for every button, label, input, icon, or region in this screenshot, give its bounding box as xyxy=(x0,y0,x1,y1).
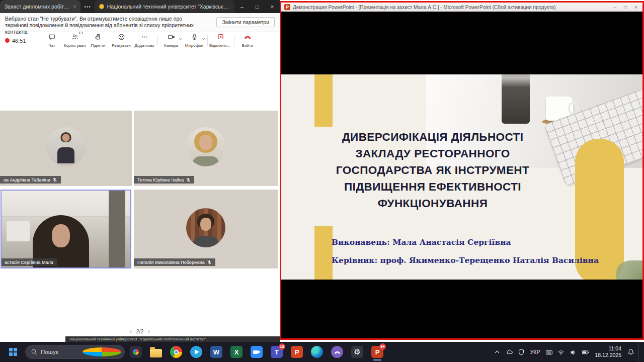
more-button-label: Додатково xyxy=(134,43,154,48)
settings-icon[interactable]: ⚙ xyxy=(348,343,366,361)
close-button[interactable]: × xyxy=(634,5,637,10)
teams-unread-badge: 19 xyxy=(279,343,285,350)
show-desktop-button[interactable] xyxy=(638,342,641,362)
page-indicator: 2/2 xyxy=(136,328,144,334)
window-controls: – □ × xyxy=(234,4,280,10)
dnd-notification: Вибрано стан "Не турбувати". Ви отримува… xyxy=(0,13,280,32)
meeting-window: Захист дипломних робіт м... × ••• Націон… xyxy=(0,0,280,342)
tab-close-icon[interactable]: × xyxy=(73,4,76,9)
security-shield-icon[interactable] xyxy=(516,344,527,359)
participant-name-label: на Андріївна Табаліна xyxy=(0,176,61,184)
mic-muted-icon xyxy=(52,177,57,183)
word-icon[interactable]: W xyxy=(207,343,225,361)
search-placeholder: Пошук xyxy=(41,349,79,355)
recording-timer: 46:51 xyxy=(2,38,40,44)
participant-name-label: астасія Сергіївна Мала xyxy=(1,258,57,266)
leave-call-icon xyxy=(244,33,252,43)
browser-tab-university[interactable]: Національний технічний університет "Харк… xyxy=(95,0,234,13)
microphone-button[interactable]: Мікрофон xyxy=(183,33,206,48)
zoom-icon[interactable] xyxy=(248,343,266,361)
browser-tab-defense[interactable]: Захист дипломних робіт м... × xyxy=(0,0,80,13)
maximize-button[interactable]: □ xyxy=(624,5,627,10)
camera-button[interactable]: Камера xyxy=(159,33,183,48)
excel-icon[interactable]: X xyxy=(227,343,246,361)
search-input[interactable]: Пошук xyxy=(25,345,125,359)
more-button[interactable]: Додатково xyxy=(133,33,156,48)
participant-name: Тетяна Юріївна Чайка xyxy=(137,177,184,183)
tab-title: Національний технічний університет "Харк… xyxy=(107,4,230,10)
window-title: Демонстрация PowerPoint - [Презентація н… xyxy=(293,5,611,10)
maximize-button[interactable]: □ xyxy=(250,4,265,10)
microphone-icon xyxy=(191,33,198,43)
react-button[interactable]: Реагувати xyxy=(110,33,133,48)
slide-title-line: ДИВЕРСИФІКАЦІЯ ДІЯЛЬНОСТІ xyxy=(330,129,536,145)
microphone-button-label: Мікрофон xyxy=(185,43,203,48)
video-tile[interactable]: Тетяна Юріївна Чайка xyxy=(134,111,278,186)
minimize-button[interactable]: – xyxy=(234,4,250,10)
participant-name: астасія Сергіївна Мала xyxy=(5,260,53,265)
accent-bar-top xyxy=(314,74,333,127)
windows-logo-icon xyxy=(9,348,17,356)
video-tile[interactable]: на Андріївна Табаліна xyxy=(0,111,132,186)
file-explorer-icon[interactable] xyxy=(147,343,165,361)
edge-icon[interactable] xyxy=(308,343,326,361)
video-tile[interactable]: Наталія Миколаївна Побережна xyxy=(134,190,278,268)
avatar xyxy=(186,127,225,166)
photos-app-icon[interactable] xyxy=(127,343,145,361)
leave-button[interactable]: Вийти xyxy=(236,33,259,48)
meeting-toolbar: 46:51 Чат 13 Користувачі Підняти Реагува… xyxy=(0,32,280,49)
copilot-icon[interactable] xyxy=(83,347,121,356)
notification-badge: 9+ xyxy=(379,343,386,350)
powerpoint-app-icon[interactable]: P xyxy=(288,343,306,361)
clock[interactable]: 11:04 18.12.2025 xyxy=(592,345,624,358)
more-icon xyxy=(141,33,148,43)
powerpoint-icon: P xyxy=(284,4,290,10)
chevron-down-icon[interactable] xyxy=(201,34,206,43)
battery-icon[interactable] xyxy=(580,344,591,359)
recording-icon xyxy=(5,38,10,43)
keyboard-icon[interactable] xyxy=(543,344,554,359)
mute-all-button-label: Відключити ... xyxy=(209,43,232,48)
page-prev-icon[interactable]: ‹ xyxy=(130,328,132,335)
search-icon xyxy=(31,348,38,355)
taskbar: Пошук W X T 19 P ⚙ P 9+ УКР xyxy=(0,342,644,362)
notifications-bell-icon[interactable] xyxy=(625,344,636,359)
start-button[interactable] xyxy=(3,343,23,360)
toolbar-divider xyxy=(207,35,208,46)
page-next-icon[interactable]: › xyxy=(148,328,150,335)
volume-icon[interactable] xyxy=(568,344,579,359)
raise-hand-button[interactable]: Підняти xyxy=(87,33,110,48)
chrome-icon[interactable] xyxy=(167,343,185,361)
slide: ДИВЕРСИФІКАЦІЯ ДІЯЛЬНОСТІ ЗАКЛАДУ РЕСТОР… xyxy=(281,74,642,280)
tray-expand-icon[interactable] xyxy=(492,344,503,359)
mute-all-icon xyxy=(217,33,225,43)
chat-button[interactable]: Чат xyxy=(40,33,63,48)
smiley-icon xyxy=(118,33,125,43)
video-tile-active-speaker[interactable]: астасія Сергіївна Мала xyxy=(1,190,131,268)
wifi-icon[interactable] xyxy=(555,344,567,359)
background-window-edge[interactable]: Національний технічний університет "Харк… xyxy=(65,336,280,342)
close-button[interactable]: × xyxy=(265,4,280,10)
avatar xyxy=(186,208,225,247)
participants-button[interactable]: 13 Користувачі xyxy=(63,33,87,48)
viber-icon[interactable] xyxy=(328,343,346,361)
minimize-button[interactable]: – xyxy=(614,5,617,10)
tabs-overflow-icon[interactable]: ••• xyxy=(80,4,95,10)
powerpoint-presenting-icon[interactable]: P 9+ xyxy=(368,343,386,361)
react-button-label: Реагувати xyxy=(112,43,130,48)
change-settings-button[interactable]: Змінити параметри xyxy=(216,17,275,27)
leave-button-label: Вийти xyxy=(242,43,253,48)
powerpoint-titlebar[interactable]: P Демонстрация PowerPoint - [Презентація… xyxy=(281,3,642,12)
language-indicator[interactable]: УКР xyxy=(528,349,543,355)
teams-icon[interactable]: T 19 xyxy=(268,343,286,361)
mute-all-button[interactable]: Відключити ... xyxy=(209,33,232,48)
onedrive-icon[interactable] xyxy=(504,344,515,359)
telegram-icon[interactable] xyxy=(187,343,205,361)
raise-hand-button-label: Підняти xyxy=(91,43,105,48)
slideshow-area[interactable]: ДИВЕРСИФІКАЦІЯ ДІЯЛЬНОСТІ ЗАКЛАДУ РЕСТОР… xyxy=(281,12,642,338)
chevron-down-icon[interactable] xyxy=(178,34,183,43)
slide-supervisor-line: Керівник: проф. Якименко-Терещенко Натал… xyxy=(332,255,599,265)
participant-name: Наталія Миколаївна Побережна xyxy=(137,260,205,265)
mic-muted-icon xyxy=(186,177,191,183)
camera-icon xyxy=(168,33,175,43)
